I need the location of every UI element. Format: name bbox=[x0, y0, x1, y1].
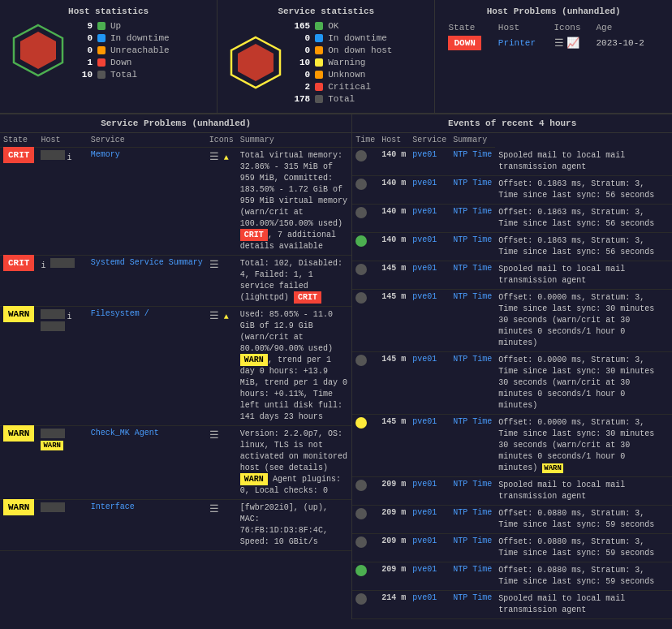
ev-host[interactable]: pve01 bbox=[409, 562, 450, 590]
sp-service-memory[interactable]: Memory bbox=[88, 148, 206, 256]
ev-service[interactable]: NTP Time bbox=[450, 148, 495, 176]
ev-row: 209 m pve01 NTP Time Offset: 0.0880 ms, … bbox=[352, 562, 672, 590]
ev-summary: Offset: 0.0880 ms, Stratum: 3, Time sinc… bbox=[495, 533, 672, 562]
sp-state-warn-iface: WARN bbox=[0, 500, 37, 551]
ev-state-icon bbox=[355, 536, 367, 548]
ev-service[interactable]: NTP Time bbox=[450, 261, 495, 289]
chart-icon[interactable]: 📈 bbox=[566, 37, 579, 50]
hp-host-name[interactable]: Printer bbox=[495, 34, 551, 52]
stat-row-unreachable: 0 Unreachable bbox=[75, 45, 207, 55]
ev-service[interactable]: NTP Time bbox=[450, 232, 495, 261]
ev-host[interactable]: pve01 bbox=[409, 232, 450, 261]
host-problems-table: State Host Icons Age DOWN Printer ☰ 📈 bbox=[445, 21, 662, 52]
list-icon[interactable]: ☰ bbox=[554, 37, 564, 50]
ev-summary: Offset: 0.0000 ms, Stratum: 3, Time sinc… bbox=[495, 289, 672, 351]
ev-icon-cell bbox=[352, 204, 378, 232]
service-problems-table: State Host Service Icons Summary CRIT i … bbox=[0, 133, 351, 551]
stat-row-total: 10 Total bbox=[75, 70, 207, 80]
hp-host-age: 2023-10-2 bbox=[593, 34, 662, 52]
host-stat-rows: 9 Up 0 In downtime 0 Unreachable 1 bbox=[75, 21, 207, 82]
sp-icons-iface: ☰ bbox=[206, 500, 237, 551]
sp-service-fs[interactable]: Filesystem / bbox=[88, 307, 206, 426]
ev-summary: Spooled mail to local mail transmission … bbox=[495, 148, 672, 176]
sp-col-summary: Summary bbox=[237, 133, 351, 148]
sp-col-icons: Icons bbox=[206, 133, 237, 148]
ev-icon-cell bbox=[352, 590, 378, 618]
ev-state-icon bbox=[355, 179, 367, 190]
sp-host-memory: i bbox=[37, 148, 87, 256]
ev-state-icon bbox=[355, 264, 367, 275]
sp-summary-memory: Total virtual memory: 32.86% - 315 MiB o… bbox=[237, 148, 351, 256]
host-stats-title: Host statistics bbox=[10, 6, 207, 16]
ev-host[interactable]: pve01 bbox=[409, 204, 450, 232]
svc-stat-downtime: 0 In downtime bbox=[292, 33, 424, 43]
ev-summary: Offset: 0.0000 ms, Stratum: 3, Time sinc… bbox=[495, 414, 672, 476]
ev-col-summary: Summary bbox=[450, 133, 495, 148]
svc-stat-critical: 2 Critical bbox=[292, 82, 424, 92]
ev-service[interactable]: NTP Time bbox=[450, 351, 495, 414]
host-statistics-panel: Host statistics 9 Up 0 In downtime bbox=[0, 0, 218, 113]
ev-icon-cell bbox=[352, 533, 378, 562]
sp-row-interface: WARN Interface ☰ [fwbr202i0], (up), MAC:… bbox=[0, 500, 351, 551]
ev-host[interactable]: pve01 bbox=[409, 351, 450, 414]
ev-summary: Offset: 0.1863 ms, Stratum: 3, Time sinc… bbox=[495, 232, 672, 261]
sp-state-crit-systemd: CRIT bbox=[0, 256, 37, 307]
sp-service-systemd[interactable]: Systemd Service Summary bbox=[88, 256, 206, 307]
ev-row: 209 m pve01 NTP Time Offset: 0.0880 ms, … bbox=[352, 533, 672, 562]
ev-state-icon bbox=[355, 508, 367, 519]
ev-summary: Spooled mail to local mail transmission … bbox=[495, 476, 672, 505]
ev-service[interactable]: NTP Time bbox=[450, 204, 495, 232]
ev-icon-cell bbox=[352, 232, 378, 261]
ev-time: 209 m bbox=[378, 476, 409, 505]
events-table: Time Host Service Summary 140 m pve01 NT… bbox=[352, 133, 672, 619]
ev-row: 209 m pve01 NTP Time Offset: 0.0880 ms, … bbox=[352, 505, 672, 533]
ev-summary: Offset: 0.0880 ms, Stratum: 3, Time sinc… bbox=[495, 505, 672, 533]
ev-host[interactable]: pve01 bbox=[409, 476, 450, 505]
ev-service[interactable]: NTP Time bbox=[450, 414, 495, 476]
stat-row-downtime: 0 In downtime bbox=[75, 33, 207, 43]
ev-time: 140 m bbox=[378, 232, 409, 261]
ev-host[interactable]: pve01 bbox=[409, 505, 450, 533]
ev-icon-cell bbox=[352, 505, 378, 533]
sp-row-memory: CRIT i Memory ☰ ▲ Total virtual memory: … bbox=[0, 148, 351, 256]
ev-host[interactable]: pve01 bbox=[409, 533, 450, 562]
ev-row: 145 m pve01 NTP Time Offset: 0.0000 ms, … bbox=[352, 414, 672, 476]
ev-service[interactable]: NTP Time bbox=[450, 590, 495, 618]
ev-col-time: Time bbox=[352, 133, 378, 148]
hp-col-icons: Icons bbox=[551, 21, 593, 34]
ev-service[interactable]: NTP Time bbox=[450, 562, 495, 590]
ev-time: 209 m bbox=[378, 562, 409, 590]
ev-row: 140 m pve01 NTP Time Offset: 0.1863 ms, … bbox=[352, 204, 672, 232]
ev-summary: Offset: 0.1863 ms, Stratum: 3, Time sinc… bbox=[495, 175, 672, 204]
sp-service-iface[interactable]: Interface bbox=[88, 500, 206, 551]
sp-state-crit-memory: CRIT bbox=[0, 148, 37, 256]
hp-state-down: DOWN bbox=[445, 34, 494, 52]
sp-service-checkmk[interactable]: Check_MK Agent bbox=[88, 426, 206, 500]
bottom-section: Service Problems (unhandled) State Host … bbox=[0, 114, 672, 619]
host-problems-panel: Host Problems (unhandled) State Host Ico… bbox=[435, 0, 672, 113]
ev-service[interactable]: NTP Time bbox=[450, 289, 495, 351]
ev-row: 140 m pve01 NTP Time Offset: 0.1863 ms, … bbox=[352, 175, 672, 204]
ev-service[interactable]: NTP Time bbox=[450, 533, 495, 562]
dot-red bbox=[97, 58, 106, 67]
ev-service[interactable]: NTP Time bbox=[450, 505, 495, 533]
hp-row-printer: DOWN Printer ☰ 📈 2023-10-2 bbox=[445, 34, 662, 52]
ev-host[interactable]: pve01 bbox=[409, 148, 450, 176]
sp-icons-memory: ☰ ▲ bbox=[206, 148, 237, 256]
ev-host[interactable]: pve01 bbox=[409, 175, 450, 204]
ev-host[interactable]: pve01 bbox=[409, 261, 450, 289]
ev-service[interactable]: NTP Time bbox=[450, 476, 495, 505]
svc-dot-warn bbox=[315, 58, 323, 67]
sp-summary-checkmk: Version: 2.2.0p7, OS: linux, TLS is not … bbox=[237, 426, 351, 500]
svg-marker-1 bbox=[20, 32, 56, 69]
sp-host-fs: i bbox=[37, 307, 87, 426]
ev-host[interactable]: pve01 bbox=[409, 414, 450, 476]
ev-host[interactable]: pve01 bbox=[409, 289, 450, 351]
ev-time: 145 m bbox=[378, 261, 409, 289]
ev-time: 140 m bbox=[378, 148, 409, 176]
svg-marker-3 bbox=[238, 44, 274, 81]
ev-service[interactable]: NTP Time bbox=[450, 175, 495, 204]
stat-row-down: 1 Down bbox=[75, 58, 207, 67]
ev-host[interactable]: pve01 bbox=[409, 590, 450, 618]
ev-summary: Offset: 0.1863 ms, Stratum: 3, Time sinc… bbox=[495, 204, 672, 232]
